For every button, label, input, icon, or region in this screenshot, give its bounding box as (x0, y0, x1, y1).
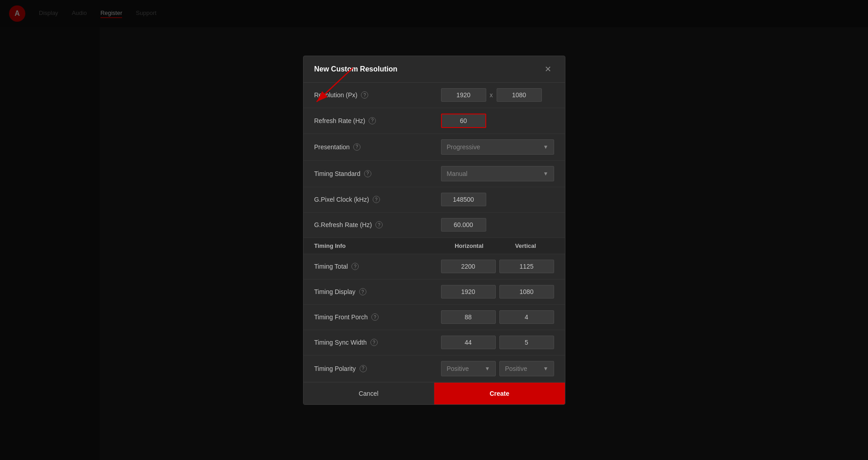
timing-standard-row: Timing Standard ? Manual CVT CVT-RB GTF … (304, 161, 565, 187)
refresh-rate-help-icon[interactable]: ? (369, 117, 376, 124)
resolution-height-input[interactable] (497, 88, 542, 102)
timing-polarity-label: Timing Polarity ? (314, 365, 441, 372)
pixel-clock-label: G.Pixel Clock (kHz) ? (314, 196, 441, 203)
timing-vertical-header: Vertical (498, 242, 554, 249)
timing-total-horizontal-input[interactable] (441, 260, 496, 273)
timing-total-label: Timing Total ? (314, 263, 441, 270)
timing-total-controls (441, 260, 554, 273)
refresh-rate-row: Refresh Rate (Hz) ? (304, 108, 565, 134)
timing-polarity-row: Timing Polarity ? Positive Negative ▼ Po… (304, 356, 565, 382)
timing-standard-select-wrapper: Manual CVT CVT-RB GTF ▼ (441, 166, 554, 181)
timing-sync-width-vertical-input[interactable] (499, 336, 554, 349)
timing-polarity-vertical-select[interactable]: Positive Negative (499, 361, 554, 376)
refresh-rate-controls (441, 114, 554, 128)
presentation-label: Presentation ? (314, 143, 441, 151)
timing-polarity-horizontal-select[interactable]: Positive Negative (441, 361, 496, 376)
timing-sync-width-horizontal-input[interactable] (441, 336, 496, 349)
dialog-title: New Custom Resolution (314, 65, 398, 73)
create-button[interactable]: Create (434, 383, 565, 404)
timing-front-porch-label: Timing Front Porch ? (314, 313, 441, 321)
presentation-select-wrapper: Progressive Interlaced ▼ (441, 139, 554, 155)
timing-front-porch-horizontal-input[interactable] (441, 310, 496, 324)
g-refresh-rate-row: G.Refresh Rate (Hz) ? (304, 213, 565, 238)
timing-standard-label: Timing Standard ? (314, 170, 441, 177)
timing-polarity-v-wrapper: Positive Negative ▼ (499, 361, 554, 376)
refresh-rate-input[interactable] (441, 114, 486, 128)
timing-sync-width-label: Timing Sync Width ? (314, 339, 441, 346)
presentation-select[interactable]: Progressive Interlaced (441, 139, 554, 155)
timing-info-label: Timing Info (314, 242, 441, 249)
pixel-clock-row: G.Pixel Clock (kHz) ? (304, 187, 565, 213)
timing-polarity-controls: Positive Negative ▼ Positive Negative ▼ (441, 361, 554, 376)
timing-front-porch-row: Timing Front Porch ? (304, 305, 565, 330)
resolution-width-input[interactable] (441, 88, 486, 102)
timing-display-vertical-input[interactable] (499, 285, 554, 299)
timing-polarity-h-wrapper: Positive Negative ▼ (441, 361, 496, 376)
timing-sync-width-row: Timing Sync Width ? (304, 330, 565, 356)
timing-sync-width-help-icon[interactable]: ? (370, 339, 378, 346)
refresh-rate-label: Refresh Rate (Hz) ? (314, 117, 441, 124)
resolution-separator: x (490, 91, 493, 99)
timing-info-header: Timing Info Horizontal Vertical (304, 238, 565, 254)
timing-front-porch-vertical-input[interactable] (499, 310, 554, 324)
g-refresh-rate-help-icon[interactable]: ? (375, 221, 383, 228)
dialog-close-button[interactable]: ✕ (542, 64, 554, 74)
resolution-label: Resolution (Px) ? (314, 91, 441, 99)
timing-front-porch-help-icon[interactable]: ? (371, 313, 379, 321)
timing-standard-select[interactable]: Manual CVT CVT-RB GTF (441, 166, 554, 181)
presentation-help-icon[interactable]: ? (353, 143, 360, 151)
timing-total-vertical-input[interactable] (499, 260, 554, 273)
timing-front-porch-controls (441, 310, 554, 324)
new-custom-resolution-dialog: New Custom Resolution ✕ Resolution (Px) … (303, 56, 565, 405)
g-refresh-rate-controls (441, 218, 554, 232)
timing-display-label: Timing Display ? (314, 288, 441, 295)
pixel-clock-controls (441, 193, 554, 206)
resolution-help-icon[interactable]: ? (361, 91, 368, 99)
timing-sync-width-controls (441, 336, 554, 349)
presentation-row: Presentation ? Progressive Interlaced ▼ (304, 134, 565, 161)
timing-display-help-icon[interactable]: ? (359, 288, 366, 295)
g-refresh-rate-label: G.Refresh Rate (Hz) ? (314, 221, 441, 228)
g-refresh-rate-input[interactable] (441, 218, 486, 232)
timing-display-controls (441, 285, 554, 299)
cancel-button[interactable]: Cancel (304, 383, 435, 404)
timing-total-help-icon[interactable]: ? (351, 263, 359, 270)
resolution-controls: x (441, 88, 554, 102)
timing-horizontal-header: Horizontal (441, 242, 498, 249)
timing-display-row: Timing Display ? (304, 280, 565, 305)
pixel-clock-input[interactable] (441, 193, 486, 206)
timing-standard-controls: Manual CVT CVT-RB GTF ▼ (441, 166, 554, 181)
timing-total-row: Timing Total ? (304, 254, 565, 280)
dialog-body: Resolution (Px) ? x Refresh Rate (Hz) ? (304, 83, 565, 382)
resolution-row: Resolution (Px) ? x (304, 83, 565, 108)
dialog-backdrop: New Custom Resolution ✕ Resolution (Px) … (0, 0, 868, 460)
dialog-footer: Cancel Create (304, 382, 565, 404)
timing-display-horizontal-input[interactable] (441, 285, 496, 299)
pixel-clock-help-icon[interactable]: ? (373, 196, 380, 203)
presentation-controls: Progressive Interlaced ▼ (441, 139, 554, 155)
timing-standard-help-icon[interactable]: ? (364, 170, 371, 177)
timing-polarity-help-icon[interactable]: ? (360, 365, 367, 372)
dialog-header: New Custom Resolution ✕ (304, 56, 565, 83)
